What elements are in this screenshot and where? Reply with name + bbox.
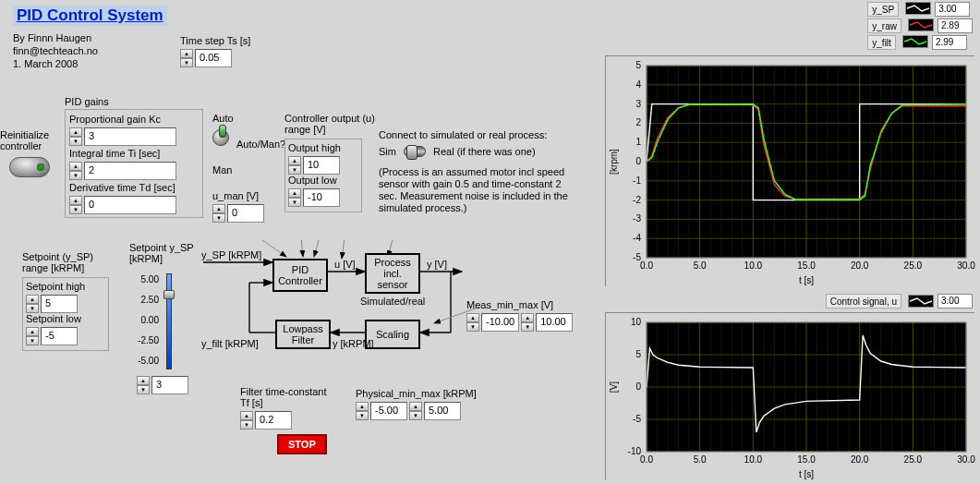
svg-text:20.0: 20.0 bbox=[851, 454, 869, 465]
slider-value[interactable]: 3 bbox=[151, 376, 188, 394]
svg-text:0: 0 bbox=[635, 381, 641, 392]
filter-tc-input[interactable]: ▲▼ 0.2 bbox=[240, 411, 292, 430]
email: finn@techteach.no bbox=[13, 44, 98, 57]
ti-value[interactable]: 2 bbox=[84, 162, 176, 180]
chevron-up-icon[interactable]: ▲ bbox=[180, 49, 193, 58]
out-low-label: Output low bbox=[288, 175, 358, 186]
time-step-value[interactable]: 0.05 bbox=[195, 49, 232, 67]
process-block: Process incl. sensor bbox=[365, 253, 420, 294]
auto-man-label: Auto/Man? bbox=[236, 139, 285, 150]
svg-text:10.0: 10.0 bbox=[744, 454, 763, 465]
td-label: Derivative time Td [sec] bbox=[69, 182, 199, 193]
simreal-label: Simulated/real bbox=[360, 296, 425, 307]
phys-min-input[interactable]: ▲▼-5.00 bbox=[356, 402, 407, 420]
svg-text:5: 5 bbox=[635, 60, 641, 70]
td-input[interactable]: ▲▼ 0 bbox=[69, 196, 176, 214]
svg-text:-1: -1 bbox=[633, 175, 641, 186]
meas-min-input[interactable]: ▲▼-10.00 bbox=[466, 313, 519, 332]
filter-tc-label: Filter time-constant Tf [s] bbox=[240, 386, 327, 408]
td-value[interactable]: 0 bbox=[84, 196, 176, 214]
slider-tick: 0.00 bbox=[129, 310, 159, 331]
out-high-input[interactable]: ▲▼ 10 bbox=[288, 156, 340, 175]
reinitialize-button[interactable] bbox=[9, 157, 50, 177]
time-step-label: Time step Ts [s] bbox=[180, 35, 250, 46]
meas-max-input[interactable]: ▲▼10.00 bbox=[521, 313, 573, 332]
svg-text:25.0: 25.0 bbox=[904, 454, 923, 465]
svg-text:[krpm]: [krpm] bbox=[609, 149, 619, 175]
svg-text:10.0: 10.0 bbox=[744, 260, 763, 271]
svg-text:0.0: 0.0 bbox=[640, 454, 653, 465]
out-low-value[interactable]: -10 bbox=[303, 188, 340, 207]
top-chart: 0.05.010.015.020.025.030.0-5-4-3-2-10123… bbox=[605, 55, 974, 286]
sp-range-label: Setpoint (y_SP) range [kRPM] bbox=[22, 251, 93, 273]
svg-text:3: 3 bbox=[635, 99, 641, 109]
sim-real-switch[interactable] bbox=[404, 146, 426, 157]
svg-text:0.0: 0.0 bbox=[640, 260, 653, 271]
legend-u-value: 3.00 bbox=[938, 294, 973, 309]
slider-label: Setpoint y_SP [kRPM] bbox=[129, 242, 194, 264]
filter-tc-value[interactable]: 0.2 bbox=[255, 411, 292, 430]
ti-label: Integral time Ti [sec] bbox=[69, 148, 199, 159]
real-label: Real (if there was one) bbox=[433, 146, 536, 157]
auto-label: Auto bbox=[212, 113, 234, 124]
time-step-input[interactable]: ▲▼ 0.05 bbox=[180, 49, 232, 67]
out-high-label: Output high bbox=[288, 142, 358, 153]
svg-text:10: 10 bbox=[631, 317, 642, 327]
svg-text:5.0: 5.0 bbox=[694, 260, 707, 271]
byline: By Finnn Haugen finn@techteach.no 1. Mar… bbox=[13, 31, 98, 70]
sp-high-value[interactable]: 5 bbox=[41, 295, 78, 313]
svg-text:5: 5 bbox=[635, 349, 641, 359]
chevron-down-icon[interactable]: ▼ bbox=[180, 58, 193, 67]
legend-ysp: y_SP bbox=[867, 2, 899, 17]
setpoint-slider-knob[interactable] bbox=[163, 290, 175, 299]
phys-label: Physical_min_max [kRPM] bbox=[356, 388, 477, 399]
svg-text:15.0: 15.0 bbox=[797, 260, 816, 271]
out-high-value[interactable]: 10 bbox=[303, 156, 340, 175]
svg-text:-5: -5 bbox=[633, 414, 641, 424]
svg-text:-2: -2 bbox=[633, 195, 641, 205]
sp-high-input[interactable]: ▲▼ 5 bbox=[26, 295, 78, 313]
svg-text:30.0: 30.0 bbox=[957, 454, 975, 465]
kc-value[interactable]: 3 bbox=[84, 127, 176, 146]
legend-yraw-value: 2.89 bbox=[938, 18, 973, 33]
sp-low-value[interactable]: -5 bbox=[41, 327, 78, 345]
reinit-label: Reinitialize controller bbox=[0, 129, 55, 151]
pid-gains-label: PID gains bbox=[65, 96, 109, 107]
svg-text:2: 2 bbox=[635, 117, 641, 127]
u-label: u [V] bbox=[334, 259, 356, 270]
svg-text:25.0: 25.0 bbox=[904, 260, 923, 271]
svg-text:t [s]: t [s] bbox=[799, 469, 814, 479]
out-low-input[interactable]: ▲▼ -10 bbox=[288, 188, 340, 207]
ti-input[interactable]: ▲▼ 2 bbox=[69, 162, 176, 180]
svg-text:-10: -10 bbox=[628, 446, 642, 456]
pid-block: PID Controller bbox=[272, 259, 328, 292]
uman-input[interactable]: ▲▼ 0 bbox=[212, 204, 264, 223]
kc-input[interactable]: ▲▼ 3 bbox=[69, 127, 176, 146]
man-label: Man bbox=[212, 164, 234, 175]
phys-max-input[interactable]: ▲▼5.00 bbox=[409, 402, 461, 420]
sp-high-label: Setpoint high bbox=[26, 281, 105, 292]
sim-label: Sim bbox=[379, 146, 396, 157]
svg-text:t [s]: t [s] bbox=[799, 275, 814, 285]
legend-yfilt: y_filt bbox=[867, 35, 896, 50]
slider-tick: -2.50 bbox=[129, 331, 159, 351]
setpoint-slider-track[interactable] bbox=[166, 273, 172, 369]
svg-text:-5: -5 bbox=[633, 252, 641, 262]
svg-text:1: 1 bbox=[635, 137, 641, 147]
uman-value[interactable]: 0 bbox=[227, 204, 264, 223]
legend-u: Control signal, u bbox=[826, 294, 901, 309]
slider-tick: 2.50 bbox=[129, 290, 159, 310]
sp-low-input[interactable]: ▲▼ -5 bbox=[26, 327, 78, 345]
stop-button[interactable]: STOP bbox=[277, 434, 327, 454]
page-title: PID Control System bbox=[13, 6, 167, 26]
slider-value-input[interactable]: ▲▼ 3 bbox=[137, 376, 188, 394]
connect-note: (Process is an assumed motor incl speed … bbox=[379, 166, 582, 214]
auto-man-switch[interactable] bbox=[212, 129, 229, 146]
legend-yraw: y_raw bbox=[867, 18, 901, 33]
lowpass-block: Lowpass Filter bbox=[275, 320, 331, 349]
sp-low-label: Setpoint low bbox=[26, 313, 105, 324]
svg-text:5.0: 5.0 bbox=[694, 454, 707, 465]
svg-text:15.0: 15.0 bbox=[797, 454, 816, 465]
svg-text:4: 4 bbox=[635, 79, 641, 90]
kc-label: Proportional gain Kc bbox=[69, 114, 199, 125]
